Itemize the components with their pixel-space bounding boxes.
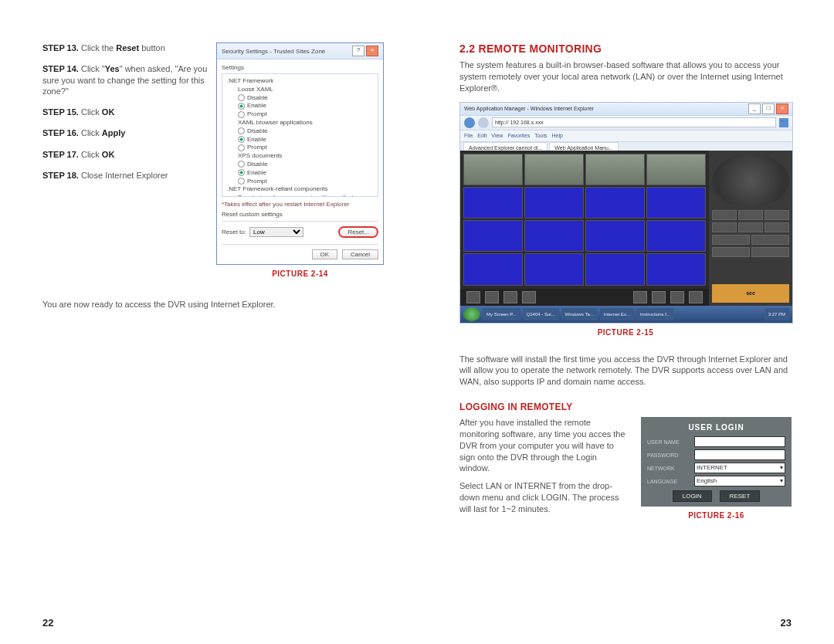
reset-level-select[interactable]: Low [249, 227, 303, 237]
camera-cell[interactable] [585, 220, 645, 252]
layout-icon[interactable] [522, 291, 536, 303]
chevron-down-icon: ▾ [780, 476, 783, 486]
network-label: NETWORK [647, 466, 690, 471]
camera-cell[interactable] [646, 220, 706, 252]
step-16: STEP 16. Click Apply [42, 127, 208, 138]
taskbar-item[interactable]: Q1404 - Sol... [523, 308, 559, 320]
network-select[interactable]: INTERNET▾ [694, 463, 785, 473]
section-title: 2.2 REMOTE MONITORING [459, 42, 792, 55]
cancel-button[interactable]: Cancel [342, 249, 378, 259]
steps-column: STEP 13. Click the Reset button STEP 14.… [42, 42, 216, 278]
language-select[interactable]: English▾ [694, 476, 785, 486]
step-17: STEP 17. Click OK [42, 149, 208, 160]
ptz-button[interactable] [764, 210, 789, 220]
page-23: 2.2 REMOTE MONITORING The system feature… [417, 0, 834, 644]
go-icon[interactable]: → [779, 118, 788, 127]
ptz-button[interactable] [712, 222, 737, 232]
taskbar-item[interactable]: Instructions f... [636, 308, 674, 320]
camera-cell[interactable] [463, 154, 523, 185]
step-18: STEP 18. Close Internet Explorer [42, 170, 208, 181]
taskbar-item[interactable]: Windows Ta... [561, 308, 598, 320]
ptz-button[interactable] [712, 210, 737, 220]
picture-2-15-label: PICTURE 2-15 [459, 328, 792, 337]
ptz-button[interactable] [764, 222, 789, 232]
ok-button[interactable]: OK [312, 249, 338, 259]
password-input[interactable] [694, 449, 785, 460]
step-15: STEP 15. Click OK [42, 107, 208, 117]
mid-text: The software will install the first time… [459, 354, 792, 388]
picture-2-14-label: PICTURE 2-14 [216, 269, 384, 278]
camera-grid [460, 151, 709, 289]
ptz-button[interactable] [738, 222, 763, 232]
login-text-1: After you have installed the remote moni… [459, 417, 626, 474]
intro-text: The system features a built-in browser-b… [459, 59, 792, 94]
reset-button[interactable]: RESET [720, 490, 761, 502]
picture-2-16-label: PICTURE 2-16 [641, 511, 792, 520]
camera-cell[interactable] [463, 187, 523, 219]
brand-logo: see [712, 284, 789, 303]
ptz-button[interactable] [751, 247, 789, 257]
page-number-22: 22 [42, 617, 53, 629]
snapshot-icon[interactable] [670, 291, 684, 303]
camera-cell[interactable] [524, 187, 584, 219]
ptz-button[interactable] [738, 210, 763, 220]
taskbar-item[interactable]: Internet Ex... [600, 308, 634, 320]
ptz-button[interactable] [712, 235, 750, 245]
camera-cell[interactable] [524, 220, 584, 252]
logging-in-title: LOGGING IN REMOTELY [459, 402, 792, 412]
username-input[interactable] [694, 436, 785, 447]
layout-icon[interactable] [466, 291, 480, 303]
page-22: STEP 13. Click the Reset button STEP 14.… [0, 0, 417, 644]
camera-cell[interactable] [585, 187, 645, 219]
login-title: USER LOGIN [647, 423, 785, 432]
taskbar-clock: 3:27 PM [764, 308, 789, 320]
browser-screenshot: Web Application Manager - Windows Intern… [459, 102, 793, 324]
login-text-2: Select LAN or INTERNET from the drop-dow… [459, 480, 626, 515]
camera-cell[interactable] [646, 187, 706, 219]
camera-cell[interactable] [524, 253, 584, 285]
camera-cell[interactable] [585, 253, 645, 285]
settings-label: Settings [222, 64, 378, 71]
reset-to-label: Reset to: [222, 229, 246, 236]
minimize-icon[interactable]: _ [748, 103, 761, 114]
camera-cell[interactable] [646, 154, 706, 185]
step-13: STEP 13. Click the Reset button [42, 42, 208, 53]
security-settings-dialog: Security Settings - Trusted Sites Zone ?… [216, 42, 384, 265]
login-button[interactable]: LOGIN [673, 490, 712, 502]
password-label: PASSWORD [647, 452, 690, 458]
layout-icon[interactable] [485, 291, 499, 303]
camera-cell[interactable] [585, 154, 645, 185]
maximize-icon[interactable]: □ [762, 103, 775, 114]
language-label: LANGUAGE [647, 479, 690, 484]
camera-cell[interactable] [646, 253, 706, 285]
forward-icon[interactable] [478, 117, 489, 128]
user-login-dialog: USER LOGIN USER NAME PASSWORD NETWORK IN… [641, 417, 792, 507]
record-icon[interactable] [652, 291, 666, 303]
step-14: STEP 14. Click "Yes" when asked, "Are yo… [42, 63, 208, 97]
close-icon[interactable]: × [366, 46, 378, 56]
layout-icon[interactable] [503, 291, 517, 303]
taskbar-item[interactable]: My Screen P... [483, 308, 520, 320]
reset-button[interactable]: Reset... [338, 226, 378, 238]
window-title: Web Application Manager - Windows Intern… [464, 106, 594, 111]
volume-icon[interactable] [633, 291, 647, 303]
camera-cell[interactable] [524, 154, 584, 185]
username-label: USER NAME [647, 439, 690, 445]
camera-cell[interactable] [463, 220, 523, 252]
address-bar[interactable]: http:// 192.168.x.xxx [492, 117, 776, 127]
restart-note: *Takes effect after you restart Internet… [222, 197, 378, 208]
ptz-panel: see [709, 151, 792, 306]
ptz-dial[interactable] [712, 154, 789, 208]
page-number-23: 23 [781, 617, 792, 629]
settings-icon[interactable] [689, 291, 703, 303]
start-button[interactable] [463, 307, 480, 321]
ready-text: You are now ready to access the DVR usin… [42, 300, 375, 309]
camera-cell[interactable] [463, 253, 523, 285]
ptz-button[interactable] [712, 247, 750, 257]
settings-tree[interactable]: .NET Framework Loose XAML Disable Enable… [222, 73, 378, 197]
chevron-down-icon: ▾ [780, 463, 783, 473]
close-icon[interactable]: × [776, 103, 788, 114]
ptz-button[interactable] [751, 235, 789, 245]
help-icon[interactable]: ? [352, 46, 364, 56]
back-icon[interactable] [464, 117, 475, 128]
